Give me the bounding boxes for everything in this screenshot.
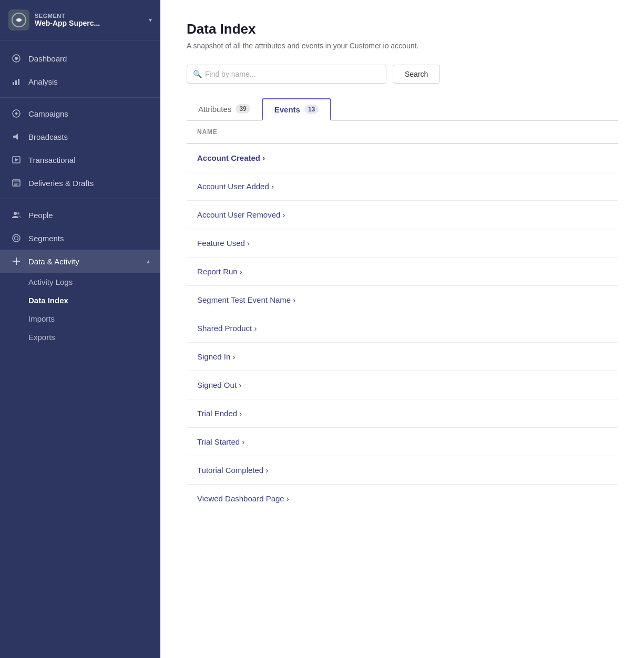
table-row: Account User Added › <box>187 172 618 201</box>
svg-point-16 <box>15 237 18 240</box>
dashboard-icon <box>11 53 22 64</box>
table-row: Account Created › <box>187 143 618 172</box>
sidebar-item-exports[interactable]: Exports <box>0 328 160 346</box>
workspace-switcher[interactable]: SEGMENT Web-App Superc... ▾ <box>0 0 160 40</box>
sidebar-item-broadcasts-label: Broadcasts <box>28 132 68 141</box>
svg-point-2 <box>15 57 18 60</box>
imports-label: Imports <box>28 314 55 323</box>
tab-attributes-label: Attributes <box>198 105 231 114</box>
campaigns-icon <box>11 108 22 119</box>
sidebar-item-people-label: People <box>28 211 53 220</box>
svg-rect-5 <box>18 79 19 85</box>
nav-menu: Dashboard Analysis Campaigns <box>0 40 160 658</box>
analysis-icon <box>11 76 22 87</box>
page-title: Data Index <box>187 21 618 37</box>
nav-divider-1 <box>0 97 160 98</box>
sidebar-item-campaigns[interactable]: Campaigns <box>0 102 160 125</box>
tab-events-label: Events <box>274 105 300 114</box>
table-header: NAME <box>187 121 618 143</box>
broadcasts-icon <box>11 131 22 142</box>
svg-rect-4 <box>15 80 17 85</box>
data-index-label: Data Index <box>28 296 68 305</box>
table-row: Account User Removed › <box>187 201 618 229</box>
people-icon <box>11 209 22 221</box>
data-activity-icon <box>11 255 22 267</box>
search-input-wrap: 🔍 <box>187 65 386 84</box>
event-link[interactable]: Account Created › <box>197 153 265 162</box>
app-logo <box>8 9 29 30</box>
svg-marker-8 <box>15 158 18 161</box>
nav-divider-2 <box>0 199 160 199</box>
expand-collapse-icon: ▴ <box>147 258 150 265</box>
sidebar-item-data-index[interactable]: Data Index <box>0 291 160 310</box>
page-subtitle: A snapshot of all the attributes and eve… <box>187 42 618 50</box>
sidebar-item-data-activity[interactable]: Data & Activity ▴ <box>0 250 160 273</box>
sidebar-item-analysis-label: Analysis <box>28 77 58 86</box>
table-row: Tutorial Completed › <box>187 456 618 485</box>
transactional-icon <box>11 154 22 166</box>
deliveries-icon <box>11 177 22 189</box>
event-link[interactable]: Account User Removed › <box>197 210 285 219</box>
sidebar-item-analysis[interactable]: Analysis <box>0 70 160 93</box>
search-icon: 🔍 <box>193 70 202 78</box>
event-link[interactable]: Segment Test Event Name › <box>197 295 295 304</box>
event-link[interactable]: Viewed Dashboard Page › <box>197 494 289 503</box>
activity-logs-label: Activity Logs <box>28 277 73 286</box>
column-header-name: NAME <box>187 121 618 143</box>
table-row: Feature Used › <box>187 229 618 258</box>
table-row: Viewed Dashboard Page › <box>187 485 618 513</box>
tab-attributes-count: 39 <box>236 104 250 114</box>
sidebar-item-deliveries[interactable]: Deliveries & Drafts <box>0 171 160 194</box>
sidebar-item-campaigns-label: Campaigns <box>28 109 68 118</box>
event-link[interactable]: Signed Out › <box>197 381 241 389</box>
tabs-row: Attributes 39 Events 13 <box>187 98 618 121</box>
svg-point-14 <box>17 212 19 214</box>
exports-label: Exports <box>28 333 55 342</box>
tab-events[interactable]: Events 13 <box>262 98 332 121</box>
table-row: Trial Started › <box>187 428 618 456</box>
event-link[interactable]: Account User Added › <box>197 182 274 191</box>
segments-icon <box>11 232 22 244</box>
sidebar-item-activity-logs[interactable]: Activity Logs <box>0 273 160 291</box>
event-link[interactable]: Signed In › <box>197 352 236 361</box>
sidebar-item-people[interactable]: People <box>0 203 160 227</box>
sidebar-item-transactional[interactable]: Transactional <box>0 148 160 171</box>
chevron-down-icon: ▾ <box>149 16 152 24</box>
table-row: Shared Product › <box>187 314 618 343</box>
tab-attributes[interactable]: Attributes 39 <box>187 99 262 120</box>
table-row: Signed In › <box>187 343 618 371</box>
event-link[interactable]: Trial Started › <box>197 437 244 446</box>
tab-events-count: 13 <box>304 105 319 114</box>
table-row: Segment Test Event Name › <box>187 286 618 314</box>
table-row: Signed Out › <box>187 371 618 399</box>
event-link[interactable]: Feature Used › <box>197 239 250 248</box>
table-row: Trial Ended › <box>187 399 618 428</box>
search-button[interactable]: Search <box>393 65 440 84</box>
search-input[interactable] <box>187 65 386 84</box>
sidebar-item-transactional-label: Transactional <box>28 156 76 164</box>
svg-rect-3 <box>13 82 14 85</box>
svg-point-15 <box>13 234 20 242</box>
sidebar-item-imports[interactable]: Imports <box>0 310 160 328</box>
event-link[interactable]: Trial Ended › <box>197 409 242 418</box>
svg-rect-10 <box>13 180 20 182</box>
search-row: 🔍 Search <box>187 65 618 84</box>
sidebar-item-data-activity-label: Data & Activity <box>28 257 79 266</box>
sidebar: SEGMENT Web-App Superc... ▾ Dashboard <box>0 0 160 658</box>
event-link[interactable]: Tutorial Completed › <box>197 466 268 475</box>
sidebar-item-deliveries-label: Deliveries & Drafts <box>28 179 94 188</box>
events-table: NAME Account Created ›Account User Added… <box>187 121 618 512</box>
sidebar-item-broadcasts[interactable]: Broadcasts <box>0 125 160 148</box>
sidebar-item-dashboard[interactable]: Dashboard <box>0 47 160 70</box>
sidebar-item-dashboard-label: Dashboard <box>28 54 67 63</box>
app-name-label: SEGMENT <box>35 13 100 19</box>
event-link[interactable]: Report Run › <box>197 267 242 276</box>
table-row: Report Run › <box>187 258 618 286</box>
event-link[interactable]: Shared Product › <box>197 324 257 333</box>
workspace-name: Web-App Superc... <box>35 19 100 27</box>
svg-point-13 <box>14 212 17 215</box>
sidebar-item-segments[interactable]: Segments <box>0 227 160 250</box>
sidebar-item-segments-label: Segments <box>28 234 64 243</box>
main-content: Data Index A snapshot of all the attribu… <box>160 0 644 658</box>
